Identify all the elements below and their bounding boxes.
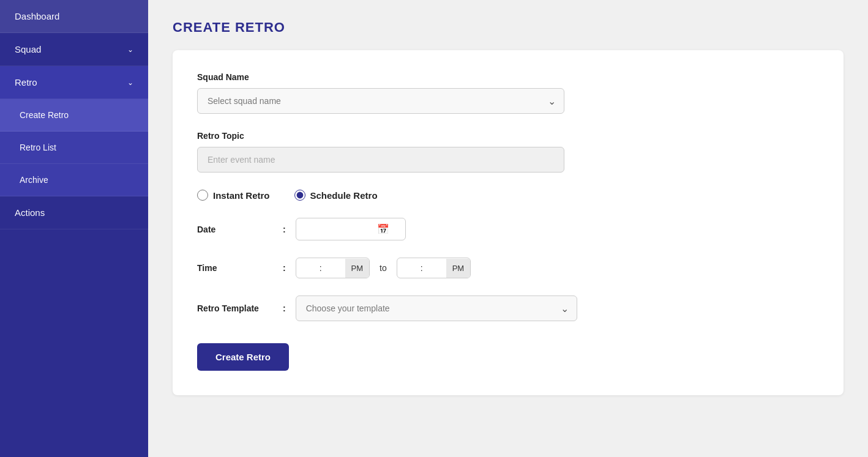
time-to-label: to — [380, 263, 387, 273]
time-separator-icon-2: : — [419, 263, 424, 273]
template-row: Retro Template : Choose your template Re… — [197, 295, 819, 321]
time-label: Time — [197, 263, 283, 273]
sidebar-retro-label: Retro — [15, 77, 37, 87]
sidebar-item-squad[interactable]: Squad ⌄ — [0, 33, 148, 66]
squad-name-select-wrapper: Select squad name ⌄ — [197, 88, 564, 114]
chevron-down-icon: ⌄ — [127, 78, 133, 87]
retro-topic-group: Retro Topic — [197, 131, 819, 173]
create-retro-card: Squad Name Select squad name ⌄ Retro Top… — [173, 50, 844, 395]
time-row: Time : 05 : 30 PM to 06 : 00 PM — [197, 258, 819, 278]
time-start-segment: 05 : 30 PM — [296, 258, 370, 278]
time-end-segment: 06 : 00 PM — [397, 258, 471, 278]
time-start-hour[interactable]: 05 — [296, 258, 318, 278]
time-colon: : — [283, 263, 286, 273]
template-select-wrapper: Choose your template Retro Template ⌄ — [296, 295, 577, 321]
sidebar-item-retro[interactable]: Retro ⌄ — [0, 66, 148, 99]
instant-retro-label: Instant Retro — [213, 190, 270, 201]
date-row: Date : 22/02/2023 📅 — [197, 218, 819, 240]
sidebar-retro-list-label: Retro List — [20, 143, 56, 152]
sidebar-item-create-retro[interactable]: Create Retro — [0, 99, 148, 132]
create-retro-button[interactable]: Create Retro — [197, 343, 289, 371]
template-label: Retro Template — [197, 303, 283, 313]
schedule-retro-radio[interactable] — [294, 190, 305, 201]
time-group: 05 : 30 PM to 06 : 00 PM — [296, 258, 471, 278]
retro-topic-label: Retro Topic — [197, 131, 819, 141]
time-separator-icon: : — [318, 263, 323, 273]
retro-topic-input[interactable] — [197, 147, 564, 173]
instant-retro-radio[interactable] — [197, 190, 208, 201]
sidebar-actions-label: Actions — [15, 207, 45, 218]
time-start-ampm[interactable]: PM — [345, 259, 370, 278]
time-start-min[interactable]: 30 — [323, 258, 345, 278]
chevron-down-icon: ⌄ — [127, 45, 133, 54]
template-select[interactable]: Choose your template Retro Template — [296, 295, 577, 321]
sidebar-item-actions[interactable]: Actions — [0, 196, 148, 229]
sidebar-archive-label: Archive — [20, 175, 48, 185]
schedule-retro-option[interactable]: Schedule Retro — [294, 190, 378, 201]
squad-name-select[interactable]: Select squad name — [197, 88, 564, 114]
date-input-wrapper: 22/02/2023 📅 — [296, 218, 406, 240]
sidebar-item-retro-list[interactable]: Retro List — [0, 132, 148, 164]
date-input[interactable]: 22/02/2023 — [304, 225, 371, 234]
time-end-ampm[interactable]: PM — [446, 259, 471, 278]
squad-name-label: Squad Name — [197, 72, 819, 82]
calendar-icon[interactable]: 📅 — [377, 223, 389, 235]
sidebar-item-archive[interactable]: Archive — [0, 164, 148, 196]
time-end-min[interactable]: 00 — [424, 258, 446, 278]
main-content: CREATE RETRO Squad Name Select squad nam… — [148, 0, 868, 457]
date-colon: : — [283, 225, 286, 234]
instant-retro-option[interactable]: Instant Retro — [197, 190, 270, 201]
sidebar: Dashboard Squad ⌄ Retro ⌄ Create Retro R… — [0, 0, 148, 457]
schedule-retro-label: Schedule Retro — [310, 190, 378, 201]
sidebar-squad-label: Squad — [15, 44, 41, 54]
retro-type-group: Instant Retro Schedule Retro — [197, 190, 819, 201]
sidebar-dashboard-label: Dashboard — [15, 11, 59, 21]
template-colon: : — [283, 303, 286, 313]
sidebar-item-dashboard[interactable]: Dashboard — [0, 0, 148, 33]
squad-name-group: Squad Name Select squad name ⌄ — [197, 72, 819, 114]
sidebar-create-retro-label: Create Retro — [20, 110, 69, 120]
time-end-hour[interactable]: 06 — [397, 258, 419, 278]
date-label: Date — [197, 225, 283, 234]
page-title: CREATE RETRO — [173, 20, 844, 35]
